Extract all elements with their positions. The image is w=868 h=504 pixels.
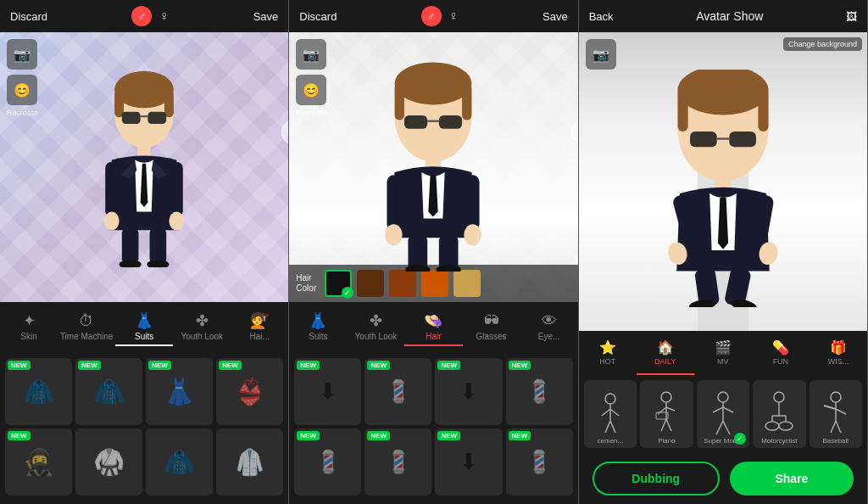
svg-rect-19 [463,83,472,120]
female-icon-1[interactable]: ♀ [159,8,169,24]
svg-rect-35 [758,88,768,132]
avatar-svg-1 [85,64,203,267]
clothing-item-1-2[interactable]: NEW 🧥 [75,358,142,425]
discard-button-2[interactable]: Discard [299,10,337,23]
show-item-motorcyclist[interactable]: Motorcyclist [753,380,805,448]
camera-button-1[interactable]: 📷 [7,39,37,70]
female-icon-2[interactable]: ♀ [448,8,459,24]
cat-tab-fun-label: FUN [773,357,789,366]
new-badge: NEW [509,431,531,440]
camera-button-3[interactable]: 📷 [586,39,616,70]
dubbing-button[interactable]: Dubbing [593,462,720,496]
svg-rect-5 [148,112,167,124]
cat-tab-fun[interactable]: 💊 FUN [752,331,810,375]
time-machine-icon-1: ⏱ [79,312,94,330]
hair-silhouette: 💈 [314,449,342,475]
back-button[interactable]: Back [589,10,614,23]
hair-silhouette: 💈 [526,449,553,475]
clothing-item-2-2[interactable]: 🥋 [75,428,142,496]
svg-rect-20 [404,115,427,129]
baseball-figure [819,390,853,437]
cat-tab-wish[interactable]: 🎁 WIS... [810,331,867,375]
tab-bar-2: 👗 Suits ✤ Youth Look 👒 Hair 🕶 Glasses 👁 … [289,302,577,353]
cat-tab-mv[interactable]: 🎬 MV [694,331,752,375]
hair-item-2-3[interactable]: NEW ⬇ [435,428,502,496]
skin-icon-1: ✦ [23,311,36,330]
panel-avatar-show: Back Avatar Show 🖼 📷 Change background [579,0,868,504]
hair-item-2-1[interactable]: NEW 💈 [294,428,361,496]
svg-rect-4 [122,112,141,124]
tab-skin-1[interactable]: ✦ Skin [0,308,58,346]
tab-youth-look-2[interactable]: ✤ Youth Look [347,308,404,346]
hair-item-1-1[interactable]: NEW ⬇ [294,358,361,425]
svg-rect-3 [164,89,174,117]
clothing-item-1-4[interactable]: NEW 👙 [216,358,283,425]
grid-row-1-2: NEW 🥷 🥋 🧥 🥼 [5,428,283,496]
cat-tab-hot[interactable]: ⭐ HOT [579,331,637,375]
save-button-1[interactable]: Save [253,10,279,23]
hair-item-1-3[interactable]: NEW ⬇ [435,358,502,425]
tab-suits-2[interactable]: 👗 Suits [289,308,347,346]
svg-point-61 [718,392,728,402]
tab-time-machine-label-1: Time Machine [60,332,113,341]
model-figure [706,390,740,437]
clothing-item-1-3[interactable]: NEW 👗 [146,358,213,425]
male-icon-2[interactable]: ♂ [421,6,442,26]
grid-row-1-1: NEW 🧥 NEW 🧥 NEW 👗 NEW 👙 [5,358,283,425]
camera-button-2[interactable]: 📷 [296,39,326,70]
show-item-baseball[interactable]: Baseball [810,380,862,448]
svg-rect-34 [677,88,687,132]
svg-rect-25 [466,175,480,231]
recreate-label-2: Recreate [291,109,331,117]
avatar-show-title: Avatar Show [620,9,839,23]
recreate-button-1[interactable]: 😊 [7,75,37,105]
show-item-super-model[interactable]: Super Model [697,380,749,448]
hair-item-1-4[interactable]: NEW 💈 [506,358,573,425]
avatar-figure-1 [85,64,203,271]
panel2-header: Discard ♂ ♀ Save [289,0,577,32]
hair-item-1-2[interactable]: NEW 💈 [364,358,431,425]
suits-icon-2: 👗 [309,311,327,330]
svg-rect-24 [387,175,401,231]
gender-selector-2: ♂ ♀ [421,6,459,26]
save-button-2[interactable]: Save [542,10,568,23]
clothing-item-2-4[interactable]: 🥼 [216,428,283,496]
tab-time-machine-1[interactable]: ⏱ Time Machine [58,309,115,346]
tab-glasses-2[interactable]: 🕶 Glasses [463,309,520,346]
recreate-button-2[interactable]: 😊 [296,75,326,105]
clothing-item-1-1[interactable]: NEW 🧥 [5,358,72,425]
tab-youth-look-label-2: Youth Look [355,332,398,341]
clothing-grid-1: NEW 🧥 NEW 🧥 NEW 👗 NEW 👙 NEW 🥷 🥋 [0,353,288,504]
cat-tab-daily[interactable]: 🏠 DAILY [637,331,694,375]
tab-hair-1[interactable]: 💇 Hai... [231,308,288,346]
show-item-cemen[interactable]: cemen... [584,380,637,448]
tab-youth-look-1[interactable]: ✤ Youth Look [173,308,231,346]
hair-silhouette: 💈 [526,378,553,405]
show-item-piano[interactable]: Piano [640,380,693,448]
avatar-svg-2 [370,59,497,272]
clothing-figure: 🧥 [164,447,195,477]
tab-suits-1[interactable]: 👗 Suits [115,308,173,346]
discard-button-1[interactable]: Discard [10,10,47,23]
tab-eye-2[interactable]: 👁 Eye... [520,309,578,346]
screenshot-button[interactable]: 🖼 [846,10,857,23]
clothing-item-2-1[interactable]: NEW 🥷 [5,428,72,496]
panel-hair: Discard ♂ ♀ Save 📷 😊 Recreate [289,0,578,504]
tab-suits-label-1: Suits [135,332,153,341]
male-icon-1[interactable]: ♂ [131,6,152,26]
hair-item-2-2[interactable]: NEW 💈 [364,428,431,496]
super-model-label: Super Model [704,437,742,445]
svg-line-53 [610,421,615,433]
share-button[interactable]: Share [730,462,854,496]
svg-point-10 [104,211,119,230]
hair-item-2-4[interactable]: NEW 💈 [506,428,573,496]
tab-hair-2[interactable]: 👒 Hair [404,308,462,346]
clothing-item-2-3[interactable]: 🧥 [146,428,213,496]
svg-point-74 [831,392,841,402]
svg-point-48 [605,394,615,404]
color-swatch-black[interactable]: ✓ [325,270,352,297]
avatar-figure-3 [655,70,791,311]
change-background-button[interactable]: Change background [783,37,862,51]
new-badge: NEW [367,361,390,370]
avatar-area-1: 📷 😊 Recreate [0,32,288,302]
